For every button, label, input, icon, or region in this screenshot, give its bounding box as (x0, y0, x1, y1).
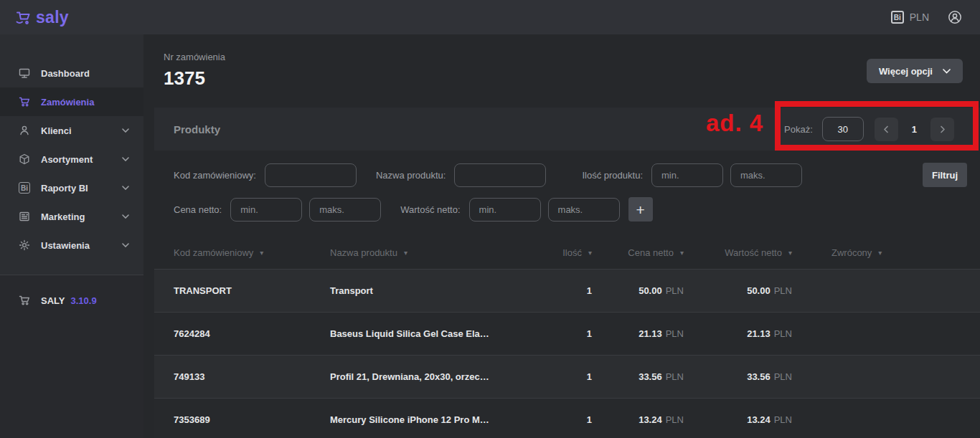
table-row[interactable]: 7624284 Baseus Liquid Silica Gel Case El… (154, 312, 980, 355)
annotation-text: ad. 4 (706, 110, 763, 137)
column-header-wartosc-netto[interactable]: Wartość netto ▾ (691, 247, 799, 258)
column-header-nazwa[interactable]: Nazwa produktu ▾ (330, 247, 552, 258)
currency-selector[interactable]: Bi PLN (891, 11, 929, 24)
main-content: Nr zamówienia 1375 Więcej opcji Produkty… (143, 34, 980, 438)
sidebar-footer: SALY 3.10.9 (0, 275, 143, 438)
logo-text: saly (36, 8, 69, 27)
table-row[interactable]: 7353689 Mercury Silicone iPhone 12 Pro M… (154, 398, 980, 438)
app-version[interactable]: 3.10.9 (70, 295, 96, 306)
cell-net-price: 21.13PLN (599, 328, 691, 339)
cell-net-value: 21.13PLN (691, 328, 799, 339)
order-code-filter-input[interactable] (265, 163, 357, 187)
account-icon[interactable] (948, 10, 962, 24)
currency-label: PLN (910, 11, 929, 23)
app-name: SALY (41, 295, 65, 306)
sort-icon: ▾ (260, 249, 263, 257)
sidebar-item-label: Ustawienia (41, 240, 122, 251)
filters-row-1: Kod zamówieniowy: Nazwa produktu: Ilość … (174, 163, 967, 187)
order-code-filter-label: Kod zamówieniowy: (174, 170, 256, 181)
quantity-max-input[interactable] (730, 163, 802, 187)
order-number-value: 1375 (164, 67, 225, 90)
add-filter-button[interactable]: + (628, 197, 653, 222)
cell-net-price: 33.56PLN (599, 371, 691, 382)
column-header-cena-netto[interactable]: Cena netto ▾ (599, 247, 691, 258)
saly-logo[interactable]: saly (16, 8, 69, 27)
sidebar-item-label: Dashboard (41, 68, 129, 79)
app-window: saly Bi PLN (0, 0, 980, 438)
cell-order-code: TRANSPORT (154, 285, 330, 296)
saly-logo-cart-icon (16, 10, 34, 25)
quantity-filter-label: Ilość produktu: (582, 170, 643, 181)
net-price-max-input[interactable] (309, 198, 381, 222)
sidebar-item-label: Marketing (41, 211, 122, 222)
bi-icon: Bi (891, 11, 904, 24)
sidebar-item-label: Asortyment (41, 154, 122, 165)
net-price-min-input[interactable] (230, 198, 302, 222)
cell-product-name: Transport (330, 285, 552, 296)
table-row[interactable]: 749133 Profil 21, Drewniana, 20x30, orze… (154, 355, 980, 398)
sidebar-item-klienci[interactable]: Klienci (0, 116, 143, 145)
cart-icon (19, 96, 30, 108)
cart-icon (19, 295, 30, 306)
sidebar-item-dashboard[interactable]: Dashboard (0, 59, 143, 87)
column-header-kod[interactable]: Kod zamówieniowy ▾ (154, 247, 330, 258)
bi-icon: Bi (19, 182, 30, 194)
chevron-down-icon (122, 128, 129, 133)
sidebar: Dashboard Zamówienia (0, 34, 143, 438)
cell-product-name: Mercury Silicone iPhone 12 Pro M… (330, 414, 552, 425)
table-header-row: Kod zamówieniowy ▾ Nazwa produktu ▾ Iloś… (154, 236, 980, 269)
sidebar-item-raporty-bi[interactable]: Bi Raporty BI (0, 173, 143, 202)
table-row[interactable]: TRANSPORT Transport 1 50.00PLN 50.00PLN (154, 269, 980, 312)
box-icon (19, 153, 30, 165)
annotation-highlight-box (775, 101, 979, 151)
chevron-down-icon (122, 157, 129, 161)
product-name-filter-label: Nazwa produktu: (376, 170, 446, 181)
cell-quantity: 1 (552, 414, 599, 425)
more-options-button[interactable]: Więcej opcji (867, 59, 963, 83)
net-value-max-input[interactable] (548, 198, 620, 222)
sidebar-item-asortyment[interactable]: Asortyment (0, 145, 143, 173)
chevron-down-icon (122, 214, 129, 219)
news-icon (19, 211, 30, 222)
sidebar-item-label: Klienci (41, 125, 122, 136)
net-value-min-input[interactable] (469, 198, 541, 222)
net-value-filter-label: Wartość netto: (400, 204, 460, 215)
products-title: Produkty (174, 123, 220, 135)
filter-button[interactable]: Filtruj (923, 163, 967, 187)
cell-net-value: 50.00PLN (691, 285, 799, 296)
more-options-label: Więcej opcji (879, 66, 933, 77)
column-header-ilosc[interactable]: Ilość ▾ (552, 247, 599, 258)
products-panel: Produkty Pokaż: 1 (154, 108, 980, 438)
cell-product-name: Baseus Liquid Silica Gel Case Ela… (330, 328, 552, 339)
sidebar-item-label: Zamówienia (41, 97, 129, 108)
filters-section: Kod zamówieniowy: Nazwa produktu: Ilość … (154, 151, 980, 236)
net-price-filter-label: Cena netto: (174, 204, 222, 215)
cell-quantity: 1 (552, 328, 599, 339)
app-version-row: SALY 3.10.9 (0, 295, 143, 306)
order-number-label: Nr zamówienia (164, 52, 225, 62)
cell-order-code: 749133 (154, 371, 330, 382)
quantity-min-input[interactable] (651, 163, 723, 187)
topbar-right: Bi PLN (891, 10, 962, 24)
sidebar-item-marketing[interactable]: Marketing (0, 202, 143, 231)
sidebar-item-label: Raporty BI (41, 183, 122, 194)
column-header-zwrocony[interactable]: Zwrócony ▾ (799, 247, 980, 258)
sort-icon: ▾ (878, 249, 882, 257)
sort-icon: ▾ (588, 249, 592, 257)
cell-product-name: Profil 21, Drewniana, 20x30, orzec… (330, 371, 552, 382)
cell-order-code: 7624284 (154, 328, 330, 339)
filters-row-2: Cena netto: Wartość netto: + (174, 197, 967, 222)
cell-net-value: 33.56PLN (691, 371, 799, 382)
sidebar-nav: Dashboard Zamówienia (0, 34, 143, 260)
cell-quantity: 1 (552, 371, 599, 382)
cell-net-price: 50.00PLN (599, 285, 691, 296)
sidebar-item-ustawienia[interactable]: Ustawienia (0, 231, 143, 260)
sort-icon: ▾ (788, 249, 792, 257)
topbar: saly Bi PLN (0, 0, 980, 34)
sidebar-item-zamowienia[interactable]: Zamówienia (0, 87, 143, 116)
cell-net-price: 13.24PLN (599, 414, 691, 425)
monitor-icon (19, 67, 30, 79)
product-name-filter-input[interactable] (454, 163, 546, 187)
gear-icon (19, 239, 30, 251)
chevron-down-icon (122, 243, 129, 247)
